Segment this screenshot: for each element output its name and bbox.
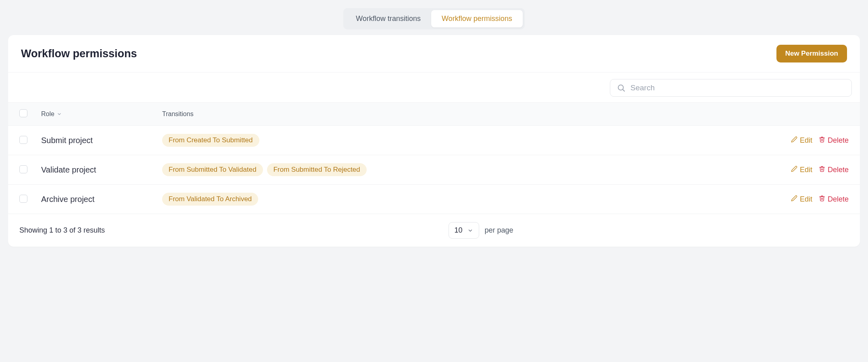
row-role-cell: Archive project (36, 185, 157, 214)
header-actions (671, 103, 860, 126)
role-name: Submit project (41, 136, 93, 145)
row-transitions-cell: From Submitted To ValidatedFrom Submitte… (157, 155, 671, 185)
transition-pill: From Validated To Archived (162, 193, 258, 206)
header-transitions: Transitions (157, 103, 671, 126)
pencil-icon (791, 195, 797, 204)
trash-icon (819, 195, 825, 204)
edit-label: Edit (800, 195, 812, 204)
row-actions-cell: EditDelete (671, 185, 860, 214)
svg-line-1 (623, 89, 624, 91)
tab-workflow-permissions[interactable]: Workflow permissions (431, 10, 523, 27)
page-size-select[interactable]: 10 (449, 222, 479, 239)
search-icon (617, 83, 626, 92)
row-checkbox-cell (8, 126, 36, 155)
role-name: Archive project (41, 195, 94, 204)
delete-button[interactable]: Delete (819, 195, 849, 204)
transition-pill: From Created To Submitted (162, 134, 259, 147)
new-permission-button[interactable]: New Permission (776, 45, 847, 62)
header-role[interactable]: Role (36, 103, 157, 126)
header-role-label: Role (41, 110, 54, 118)
chevron-down-icon (57, 112, 62, 117)
row-role-cell: Validate project (36, 155, 157, 185)
chevron-down-icon (467, 228, 473, 233)
search-input[interactable] (630, 83, 845, 92)
header-checkbox-col (8, 103, 36, 126)
row-checkbox[interactable] (19, 136, 27, 144)
pencil-icon (791, 166, 797, 174)
delete-label: Delete (828, 136, 849, 145)
tab-workflow-transitions[interactable]: Workflow transitions (345, 10, 431, 27)
edit-button[interactable]: Edit (791, 136, 812, 145)
delete-button[interactable]: Delete (819, 136, 849, 145)
select-all-checkbox[interactable] (19, 109, 27, 117)
page-size-control: 10 per page (449, 222, 513, 239)
card-header: Workflow permissions New Permission (8, 35, 860, 73)
search-box[interactable] (610, 79, 852, 97)
role-name: Validate project (41, 165, 96, 174)
row-checkbox-cell (8, 155, 36, 185)
row-actions-cell: EditDelete (671, 155, 860, 185)
row-checkbox[interactable] (19, 165, 27, 173)
edit-button[interactable]: Edit (791, 195, 812, 204)
delete-label: Delete (828, 195, 849, 204)
delete-button[interactable]: Delete (819, 166, 849, 174)
search-row (8, 73, 860, 102)
edit-label: Edit (800, 166, 812, 174)
tabs-wrapper: Workflow transitions Workflow permission… (8, 8, 860, 29)
delete-label: Delete (828, 166, 849, 174)
row-role-cell: Submit project (36, 126, 157, 155)
row-transitions-cell: From Validated To Archived (157, 185, 671, 214)
per-page-label: per page (485, 226, 513, 235)
trash-icon (819, 166, 825, 174)
trash-icon (819, 136, 825, 145)
row-actions-cell: EditDelete (671, 126, 860, 155)
svg-point-0 (618, 85, 624, 90)
transition-pill: From Submitted To Validated (162, 163, 263, 176)
table-row: Submit projectFrom Created To SubmittedE… (8, 126, 860, 155)
edit-label: Edit (800, 136, 812, 145)
page-title: Workflow permissions (21, 48, 137, 60)
tabs: Workflow transitions Workflow permission… (343, 8, 524, 29)
results-summary: Showing 1 to 3 of 3 results (19, 226, 105, 235)
row-checkbox[interactable] (19, 195, 27, 203)
transition-pill: From Submitted To Rejected (267, 163, 367, 176)
table-row: Archive projectFrom Validated To Archive… (8, 185, 860, 214)
table-row: Validate projectFrom Submitted To Valida… (8, 155, 860, 185)
pencil-icon (791, 136, 797, 145)
page-size-value: 10 (455, 226, 463, 235)
row-checkbox-cell (8, 185, 36, 214)
permissions-table: Role Transitions Submit projectFrom Crea… (8, 102, 860, 214)
permissions-card: Workflow permissions New Permission Role… (8, 35, 860, 247)
row-transitions-cell: From Created To Submitted (157, 126, 671, 155)
card-footer: Showing 1 to 3 of 3 results 10 per page (8, 214, 860, 247)
edit-button[interactable]: Edit (791, 166, 812, 174)
